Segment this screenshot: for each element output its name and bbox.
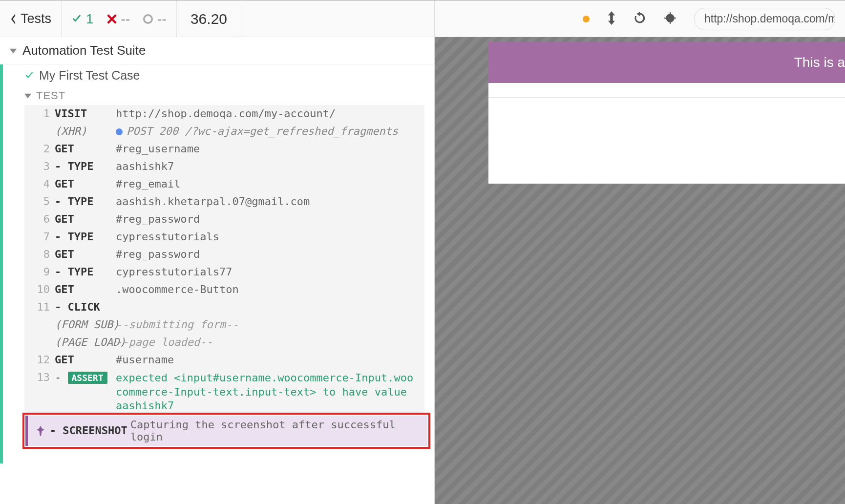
command-number [30,317,50,318]
testcase-title: My First Test Case [39,68,140,83]
skip-stat: -- [143,11,167,27]
command-number: 5 [30,194,50,208]
svg-point-0 [144,15,152,23]
x-icon [106,14,117,24]
command-name: GET [50,177,116,190]
command-value: #reg_password [116,212,419,225]
command-number: 10 [30,282,50,295]
resize-icon[interactable] [607,11,616,27]
command-value: POST 200 /?wc-ajax=get_refreshed_fragmen… [116,124,419,137]
command-number: 4 [30,177,50,190]
test-section-toggle[interactable]: TEST [24,86,434,105]
command-value: #reg_email [116,177,419,190]
suite-header[interactable]: Automation Test Suite [0,37,434,64]
command-name: GET [50,142,116,155]
highlight-box: - SCREENSHOT Capturing the screenshot af… [22,413,430,449]
command-name: - TYPE [50,159,116,172]
selector-playground-button[interactable] [664,12,676,26]
command-number: 1 [30,106,50,120]
command-name: - TYPE [50,230,116,243]
command-log: TEST 1VISIThttp://shop.demoqa.com/my-acc… [0,86,434,463]
caret-down-icon [24,92,31,99]
command-row[interactable]: 6GET#reg_password [24,210,424,228]
preview-page[interactable]: This is a [488,42,845,184]
command-name: GET [50,247,116,260]
command-row[interactable]: 1VISIThttp://shop.demoqa.com/my-account/ [24,105,424,123]
command-value: #username [116,353,419,366]
command-number: 12 [30,353,50,366]
command-row[interactable]: (XHR)POST 200 /?wc-ajax=get_refreshed_fr… [24,123,424,140]
fail-stat: -- [106,11,130,27]
command-value: --submitting form-- [116,317,419,331]
command-row[interactable]: 9- TYPEcypresstutorials77 [24,263,424,281]
command-number: 13 [30,370,50,383]
pending-icon [143,14,153,24]
check-icon [24,71,34,81]
command-row[interactable]: 10GET.woocommerce-Button [24,281,424,298]
command-number: 6 [30,212,50,225]
command-number: 9 [30,265,50,278]
command-name: GET [50,282,116,295]
command-value: cypresstutorials [116,230,419,243]
test-section-label: TEST [36,89,65,102]
command-number [30,124,50,125]
pass-stat: 1 [71,11,94,27]
command-value: http://shop.demoqa.com/my-account/ [116,106,419,120]
assert-badge: ASSERT [68,372,107,384]
elapsed-time: 36.20 [177,1,241,37]
command-value [116,300,419,301]
url-text: http://shop.demoqa.com/my-account/ [704,12,835,25]
command-row[interactable]: (PAGE LOAD)--page loaded-- [24,334,424,351]
preview-toolbar: http://shop.demoqa.com/my-account/ [435,1,845,37]
back-tests-button[interactable]: Tests [0,1,62,37]
reload-button[interactable] [634,12,646,26]
command-value: #reg_password [116,247,419,260]
command-row[interactable]: 7- TYPEcypresstutorials [24,228,424,246]
suite-title: Automation Test Suite [22,43,146,58]
screenshot-command-row[interactable]: - SCREENSHOT Capturing the screenshot af… [25,416,427,446]
svg-point-1 [666,14,674,21]
command-row[interactable]: (FORM SUB)--submitting form-- [24,316,424,334]
command-row[interactable]: 5- TYPEaashish.khetarpal.07@gmail.com [24,193,424,210]
command-number: 7 [30,230,50,243]
command-number: 11 [30,300,50,313]
top-toolbar: Tests 1 -- -- 36.20 [0,1,434,37]
banner-text: This is a [794,55,845,70]
command-value: expected <input#username.woocommerce-Inp… [116,370,419,413]
command-row[interactable]: 11- CLICK [24,298,424,316]
chevron-left-icon [10,14,17,24]
command-number: 8 [30,247,50,260]
command-row[interactable]: 3- TYPEaashishk7 [24,158,424,175]
command-value: cypresstutorials77 [116,265,419,278]
skip-count: -- [157,11,167,27]
command-name: - CLICK [50,300,116,313]
app-preview: This is a [435,37,845,504]
command-number [30,335,50,336]
command-row[interactable]: 2GET#reg_username [24,140,424,158]
command-name: VISIT [50,106,116,120]
command-name: (XHR) [50,124,116,137]
caret-down-icon [10,47,17,54]
command-name: GET [50,212,116,225]
screenshot-cmd-name: - SCREENSHOT [48,424,127,437]
pin-icon [34,426,48,436]
testcase-header[interactable]: My First Test Case [0,64,434,86]
command-row[interactable]: 8GET#reg_password [24,246,424,263]
command-row[interactable]: 13- ASSERTexpected <input#username.wooco… [24,369,424,415]
status-dot-icon [583,16,590,22]
command-name: - ASSERT [50,370,116,383]
command-value: #reg_username [116,142,419,155]
command-row[interactable]: 4GET#reg_email [24,175,424,193]
check-icon [71,14,82,24]
pass-count: 1 [86,11,94,27]
command-name: - TYPE [50,265,116,278]
test-stats: 1 -- -- [62,1,177,37]
url-bar[interactable]: http://shop.demoqa.com/my-account/ [694,8,835,30]
command-name: GET [50,353,116,366]
command-number: 3 [30,159,50,172]
fail-count: -- [121,11,130,27]
command-row[interactable]: 12GET#username [24,351,424,369]
command-name: - TYPE [50,194,116,208]
screenshot-cmd-value: Capturing the screenshot after successfu… [127,419,422,443]
command-value: .woocommerce-Button [116,282,419,295]
